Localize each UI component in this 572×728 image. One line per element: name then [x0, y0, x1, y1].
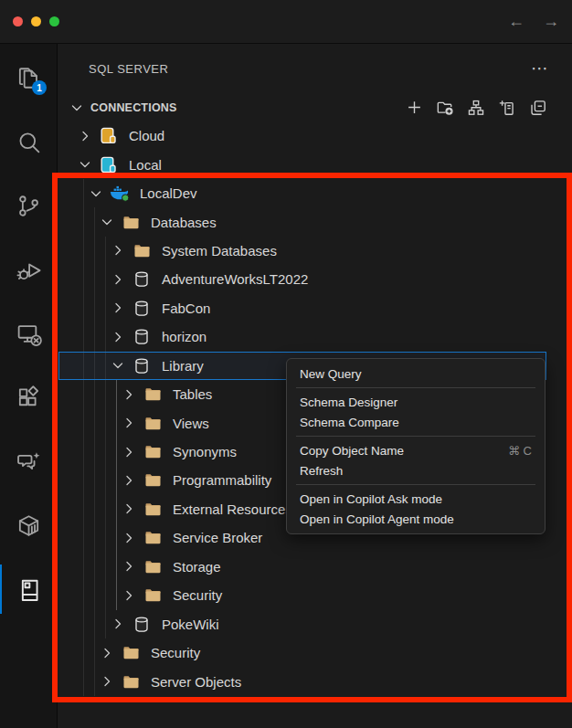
tree-item-label: Databases [151, 215, 217, 230]
tree-item-databases[interactable]: Databases [58, 207, 572, 236]
menu-item-copy-object-name[interactable]: Copy Object Name⌘ C [287, 440, 545, 460]
tree-item-adventureworkslt2022[interactable]: AdventureWorksLT2022 [58, 265, 572, 293]
menu-item-schema-compare[interactable]: Schema Compare [287, 412, 545, 432]
chevron-right-icon[interactable] [100, 646, 118, 660]
tree-item-security[interactable]: Security [58, 581, 572, 609]
tree-item-fabcon[interactable]: FabCon [58, 294, 572, 322]
chevron-right-icon[interactable] [122, 416, 140, 430]
new-connection-group-button[interactable] [435, 98, 455, 118]
chevron-right-icon[interactable] [111, 330, 129, 344]
tree-item-server-objects[interactable]: Server Objects [58, 667, 572, 695]
tree-item-label: horizon [162, 329, 207, 344]
chevron-down-icon[interactable] [69, 100, 88, 115]
tree-item-localdev[interactable]: LocalDev [58, 179, 572, 207]
panel-title: SQL SERVER [89, 62, 168, 76]
folder-icon [118, 674, 143, 690]
group-amber-icon [96, 127, 122, 144]
connect-hierarchy-button[interactable] [466, 98, 486, 118]
tree-item-local[interactable]: Local [58, 150, 572, 178]
context-menu: New QuerySchema DesignerSchema CompareCo… [286, 358, 546, 534]
menu-separator [296, 484, 535, 485]
tree-item-label: Library [162, 358, 204, 374]
activity-item-explorer[interactable]: 1 [0, 46, 57, 110]
more-actions-icon[interactable]: ⋯ [531, 64, 548, 73]
activity-item-extensions[interactable] [0, 365, 57, 429]
tree-item-pokewiki[interactable]: PokeWiki [58, 609, 572, 638]
menu-item-refresh[interactable]: Refresh [287, 460, 545, 480]
zoom-window-button[interactable] [49, 16, 59, 26]
tree-item-security[interactable]: Security [58, 638, 572, 667]
add-connection-button[interactable] [404, 98, 424, 118]
chevron-right-icon[interactable] [78, 129, 96, 143]
tree-item-system-databases[interactable]: System Databases [58, 237, 572, 265]
chevron-right-icon[interactable] [122, 387, 140, 402]
window-controls [13, 16, 59, 26]
activity-item-sql-server[interactable] [0, 557, 57, 621]
tree-item-label: Views [173, 416, 209, 431]
chevron-right-icon[interactable] [122, 473, 140, 488]
forward-arrow-icon[interactable]: → [543, 12, 559, 31]
folder-icon [140, 386, 165, 402]
chevron-right-icon[interactable] [122, 531, 140, 545]
chevron-down-icon[interactable] [100, 215, 118, 229]
activity-item-run-debug[interactable] [0, 237, 57, 301]
tree-item-label: AdventureWorksLT2022 [162, 271, 308, 287]
menu-item-schema-designer[interactable]: Schema Designer [287, 392, 545, 412]
tree-item-label: Service Broker [173, 530, 262, 545]
chevron-right-icon[interactable] [122, 501, 140, 516]
chevron-right-icon[interactable] [111, 243, 129, 258]
tree-item-cloud[interactable]: Cloud [58, 121, 572, 150]
chevron-down-icon[interactable] [111, 358, 129, 373]
minimize-window-button[interactable] [31, 16, 41, 26]
chevron-right-icon[interactable] [100, 674, 118, 689]
folder-icon [118, 215, 143, 230]
activity-item-search[interactable] [0, 110, 57, 174]
collapse-all-button[interactable] [528, 98, 548, 118]
chevron-down-icon[interactable] [78, 157, 96, 172]
tree-item-label: Programmability [173, 472, 271, 488]
activity-item-containers[interactable] [0, 493, 57, 557]
folder-icon [140, 501, 165, 517]
folder-icon [140, 530, 165, 545]
menu-item-new-query[interactable]: New Query [287, 364, 545, 384]
tree-item-label: Security [151, 645, 200, 660]
connections-section-label: CONNECTIONS [90, 101, 177, 114]
chevron-down-icon[interactable] [89, 186, 107, 201]
database-icon [129, 357, 154, 375]
folder-icon [140, 559, 165, 575]
chevron-right-icon[interactable] [111, 272, 129, 287]
tree-item-label: PokeWiki [162, 617, 219, 632]
titlebar: ← → [0, 0, 572, 44]
activity-bar: 1 [0, 44, 58, 728]
database-icon [129, 270, 154, 288]
menu-item-label: Open in Copilot Ask mode [300, 492, 442, 506]
activity-item-source-control[interactable] [0, 174, 57, 237]
tree-item-label: System Databases [162, 243, 277, 258]
menu-item-label: Schema Compare [300, 416, 399, 429]
activity-item-remote-explorer[interactable] [0, 301, 57, 365]
chevron-right-icon[interactable] [122, 588, 140, 603]
docker-icon [107, 185, 132, 202]
folder-icon [129, 243, 154, 258]
folder-icon [118, 645, 143, 660]
close-window-button[interactable] [13, 16, 23, 26]
menu-item-open-in-copilot-agent-mode[interactable]: Open in Copilot Agent mode [287, 509, 545, 529]
remote-explorer-icon [16, 321, 42, 347]
tree-item-horizon[interactable]: horizon [58, 322, 572, 351]
back-arrow-icon[interactable]: ← [508, 12, 524, 31]
menu-item-shortcut: ⌘ C [508, 444, 532, 458]
chevron-right-icon[interactable] [111, 301, 129, 315]
menu-separator [296, 387, 535, 388]
menu-item-label: Schema Designer [300, 396, 397, 409]
database-icon [129, 300, 154, 317]
activity-item-copilot-chat[interactable] [0, 429, 57, 493]
chevron-right-icon[interactable] [122, 559, 140, 574]
menu-separator [296, 436, 535, 437]
containers-icon [16, 512, 42, 539]
tree-item-storage[interactable]: Storage [58, 553, 572, 581]
connections-section-header[interactable]: CONNECTIONS [58, 93, 572, 121]
chevron-right-icon[interactable] [122, 445, 140, 459]
chevron-right-icon[interactable] [111, 617, 129, 631]
menu-item-open-in-copilot-ask-mode[interactable]: Open in Copilot Ask mode [287, 489, 545, 509]
add-server-button[interactable] [497, 98, 517, 118]
